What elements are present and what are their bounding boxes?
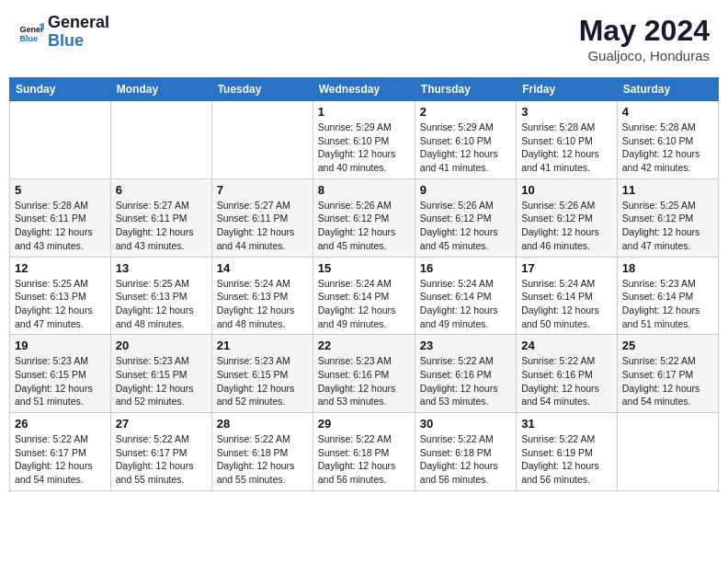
day-number: 26 [15, 417, 106, 431]
day-number: 10 [521, 183, 612, 197]
day-number: 3 [521, 105, 612, 119]
day-number: 5 [15, 183, 106, 197]
day-number: 24 [521, 339, 612, 352]
day-info: Sunrise: 5:23 AM Sunset: 6:15 PM Dayligh… [116, 354, 207, 408]
day-number: 28 [217, 417, 308, 431]
day-info: Sunrise: 5:29 AM Sunset: 6:10 PM Dayligh… [420, 121, 511, 175]
day-info: Sunrise: 5:22 AM Sunset: 6:17 PM Dayligh… [116, 432, 207, 487]
day-number: 30 [420, 417, 511, 431]
logo-icon: General Blue [18, 19, 44, 45]
day-info: Sunrise: 5:23 AM Sunset: 6:14 PM Dayligh… [622, 277, 713, 331]
calendar-week-row: 12Sunrise: 5:25 AM Sunset: 6:13 PM Dayli… [10, 257, 719, 335]
day-number: 22 [318, 339, 410, 352]
logo: General Blue General Blue [18, 14, 109, 51]
calendar-cell [211, 101, 313, 179]
day-number: 17 [521, 261, 612, 275]
svg-text:Blue: Blue [19, 34, 38, 43]
calendar-table: SundayMondayTuesdayWednesdayThursdayFrid… [9, 77, 719, 491]
calendar-week-row: 5Sunrise: 5:28 AM Sunset: 6:11 PM Daylig… [10, 178, 719, 257]
weekday-header: Thursday [415, 78, 516, 101]
logo-blue-text: Blue [48, 32, 109, 51]
day-info: Sunrise: 5:22 AM Sunset: 6:18 PM Dayligh… [217, 432, 308, 487]
title-block: May 2024 Gualjoco, Honduras [579, 14, 710, 63]
calendar-cell: 27Sunrise: 5:22 AM Sunset: 6:17 PM Dayli… [110, 413, 211, 491]
day-info: Sunrise: 5:22 AM Sunset: 6:17 PM Dayligh… [15, 432, 106, 487]
day-info: Sunrise: 5:24 AM Sunset: 6:14 PM Dayligh… [420, 277, 511, 331]
day-info: Sunrise: 5:28 AM Sunset: 6:10 PM Dayligh… [521, 121, 612, 175]
day-info: Sunrise: 5:26 AM Sunset: 6:12 PM Dayligh… [318, 199, 410, 253]
calendar-cell: 19Sunrise: 5:23 AM Sunset: 6:15 PM Dayli… [10, 335, 111, 413]
day-info: Sunrise: 5:22 AM Sunset: 6:17 PM Dayligh… [622, 354, 713, 408]
calendar-cell: 28Sunrise: 5:22 AM Sunset: 6:18 PM Dayli… [211, 413, 313, 491]
day-info: Sunrise: 5:22 AM Sunset: 6:19 PM Dayligh… [521, 432, 612, 487]
day-number: 13 [116, 261, 207, 275]
day-number: 4 [622, 105, 713, 119]
weekday-header: Saturday [617, 78, 718, 101]
day-number: 19 [15, 339, 106, 352]
calendar-cell: 18Sunrise: 5:23 AM Sunset: 6:14 PM Dayli… [617, 257, 718, 335]
calendar-cell: 7Sunrise: 5:27 AM Sunset: 6:11 PM Daylig… [211, 178, 313, 257]
calendar-cell: 25Sunrise: 5:22 AM Sunset: 6:17 PM Dayli… [617, 335, 718, 413]
calendar-cell [110, 101, 211, 179]
day-info: Sunrise: 5:22 AM Sunset: 6:18 PM Dayligh… [318, 432, 410, 487]
weekday-header: Monday [110, 78, 211, 101]
day-number: 31 [521, 417, 612, 431]
day-info: Sunrise: 5:25 AM Sunset: 6:12 PM Dayligh… [622, 199, 713, 253]
day-number: 15 [318, 261, 410, 275]
day-number: 9 [420, 183, 511, 197]
day-info: Sunrise: 5:25 AM Sunset: 6:13 PM Dayligh… [116, 277, 207, 331]
calendar-cell: 16Sunrise: 5:24 AM Sunset: 6:14 PM Dayli… [415, 257, 516, 335]
calendar-cell: 10Sunrise: 5:26 AM Sunset: 6:12 PM Dayli… [517, 178, 618, 257]
day-number: 1 [318, 105, 410, 119]
day-number: 18 [622, 261, 713, 275]
day-number: 27 [116, 417, 207, 431]
day-info: Sunrise: 5:29 AM Sunset: 6:10 PM Dayligh… [318, 121, 410, 175]
day-number: 11 [622, 183, 713, 197]
calendar-cell: 1Sunrise: 5:29 AM Sunset: 6:10 PM Daylig… [313, 101, 415, 179]
day-number: 25 [622, 339, 713, 352]
day-number: 29 [318, 417, 410, 431]
calendar-cell: 17Sunrise: 5:24 AM Sunset: 6:14 PM Dayli… [517, 257, 618, 335]
calendar-cell: 8Sunrise: 5:26 AM Sunset: 6:12 PM Daylig… [313, 178, 415, 257]
calendar-cell: 9Sunrise: 5:26 AM Sunset: 6:12 PM Daylig… [415, 178, 516, 257]
day-info: Sunrise: 5:25 AM Sunset: 6:13 PM Dayligh… [15, 277, 106, 331]
day-info: Sunrise: 5:22 AM Sunset: 6:16 PM Dayligh… [521, 354, 612, 408]
calendar-cell: 6Sunrise: 5:27 AM Sunset: 6:11 PM Daylig… [110, 178, 211, 257]
calendar-cell: 15Sunrise: 5:24 AM Sunset: 6:14 PM Dayli… [313, 257, 415, 335]
weekday-header: Wednesday [313, 78, 415, 101]
calendar-cell: 21Sunrise: 5:23 AM Sunset: 6:15 PM Dayli… [211, 335, 313, 413]
calendar-cell: 20Sunrise: 5:23 AM Sunset: 6:15 PM Dayli… [110, 335, 211, 413]
day-number: 8 [318, 183, 410, 197]
calendar-cell: 31Sunrise: 5:22 AM Sunset: 6:19 PM Dayli… [517, 413, 618, 491]
month-year-title: May 2024 [579, 14, 710, 48]
weekday-header: Tuesday [211, 78, 313, 101]
day-info: Sunrise: 5:26 AM Sunset: 6:12 PM Dayligh… [521, 199, 612, 253]
svg-text:General: General [19, 25, 44, 34]
weekday-header-row: SundayMondayTuesdayWednesdayThursdayFrid… [10, 78, 719, 101]
day-info: Sunrise: 5:22 AM Sunset: 6:18 PM Dayligh… [420, 432, 511, 487]
weekday-header: Sunday [10, 78, 111, 101]
calendar-cell [617, 413, 718, 491]
calendar-cell: 3Sunrise: 5:28 AM Sunset: 6:10 PM Daylig… [517, 101, 618, 179]
calendar-cell: 23Sunrise: 5:22 AM Sunset: 6:16 PM Dayli… [415, 335, 516, 413]
calendar-cell: 4Sunrise: 5:28 AM Sunset: 6:10 PM Daylig… [617, 101, 718, 179]
day-info: Sunrise: 5:24 AM Sunset: 6:14 PM Dayligh… [318, 277, 410, 331]
calendar-cell: 22Sunrise: 5:23 AM Sunset: 6:16 PM Dayli… [313, 335, 415, 413]
day-info: Sunrise: 5:23 AM Sunset: 6:16 PM Dayligh… [318, 354, 410, 408]
day-info: Sunrise: 5:28 AM Sunset: 6:10 PM Dayligh… [622, 121, 713, 175]
logo-general-text: General [48, 14, 109, 32]
calendar-cell: 12Sunrise: 5:25 AM Sunset: 6:13 PM Dayli… [10, 257, 111, 335]
day-number: 23 [420, 339, 511, 352]
day-info: Sunrise: 5:23 AM Sunset: 6:15 PM Dayligh… [15, 354, 106, 408]
calendar-cell: 29Sunrise: 5:22 AM Sunset: 6:18 PM Dayli… [313, 413, 415, 491]
day-number: 12 [15, 261, 106, 275]
weekday-header: Friday [517, 78, 618, 101]
calendar-cell: 2Sunrise: 5:29 AM Sunset: 6:10 PM Daylig… [415, 101, 516, 179]
day-info: Sunrise: 5:28 AM Sunset: 6:11 PM Dayligh… [15, 199, 106, 253]
day-number: 20 [116, 339, 207, 352]
calendar-cell: 14Sunrise: 5:24 AM Sunset: 6:13 PM Dayli… [211, 257, 313, 335]
day-info: Sunrise: 5:23 AM Sunset: 6:15 PM Dayligh… [217, 354, 308, 408]
day-info: Sunrise: 5:24 AM Sunset: 6:13 PM Dayligh… [217, 277, 308, 331]
day-number: 6 [116, 183, 207, 197]
day-info: Sunrise: 5:27 AM Sunset: 6:11 PM Dayligh… [217, 199, 308, 253]
